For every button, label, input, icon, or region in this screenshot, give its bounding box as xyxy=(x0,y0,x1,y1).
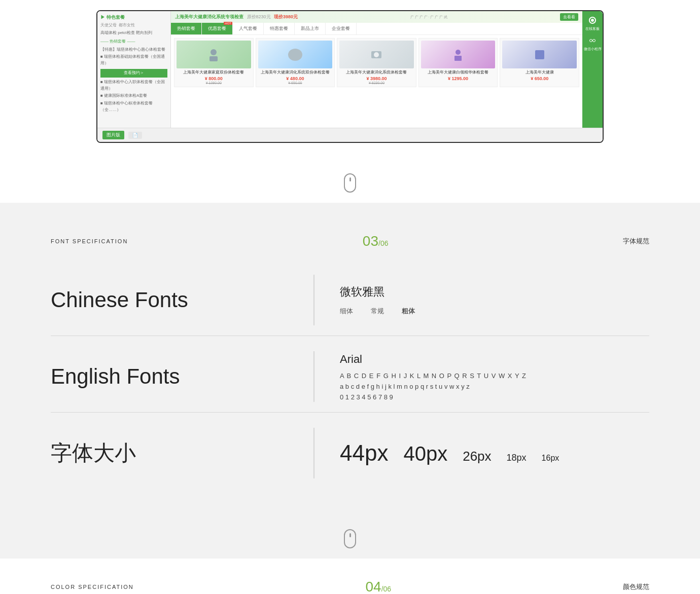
font-size-right: 44px 40px 26px 18px 16px xyxy=(314,440,649,466)
banner-button[interactable]: 去看看 xyxy=(560,13,578,21)
svg-point-8 xyxy=(590,39,592,42)
font-size-16: 16px xyxy=(542,454,559,463)
color-spec-section: COLOR SPECIFICATION 04/06 颜色规范 xyxy=(0,559,700,594)
section-label: FONT SPECIFICATION xyxy=(51,238,128,244)
arial-numbers: 0 1 2 3 4 5 6 7 8 9 xyxy=(340,393,649,401)
font-size-40: 40px xyxy=(403,442,447,465)
product-price: ¥ 1295.00 xyxy=(421,76,496,81)
browser-right-panel: 在线客服 微信小程序 xyxy=(582,11,603,128)
product-card[interactable]: 上海美年大健康家庭双份体检套餐 ¥ 800.00 ¥ 1080.00 xyxy=(174,38,254,87)
font-spec-section: FONT SPECIFICATION 03/06 字体规范 Chinese Fo… xyxy=(0,203,700,519)
bottom-tab-image[interactable]: 图片版 xyxy=(102,131,124,139)
banner-text: 上海美年大健康消化系统专项检查 原价8230元 现价3980元 xyxy=(175,14,298,20)
font-sizes-container: 44px 40px 26px 18px 16px xyxy=(340,440,649,466)
svg-point-9 xyxy=(593,39,596,42)
svg-point-4 xyxy=(374,52,379,57)
svg-point-0 xyxy=(211,49,217,55)
product-price: ¥ 480.00 xyxy=(258,76,333,81)
nav-tab-special[interactable]: 特惠套餐 xyxy=(264,23,295,34)
section-header: FONT SPECIFICATION 03/06 字体规范 xyxy=(51,233,649,249)
wechat-label: 微信小程序 xyxy=(584,47,602,51)
old-price: ¥ 1080.00 xyxy=(177,81,251,85)
font-size-left: 字体大小 xyxy=(51,428,314,478)
section-chinese: 字体规范 xyxy=(623,237,649,246)
chinese-fonts-row: Chinese Fonts 微软雅黑 细体 常规 粗体 xyxy=(51,275,649,325)
svg-rect-7 xyxy=(535,50,544,59)
section-number-container: 03/06 xyxy=(363,233,389,249)
arial-font-name: Arial xyxy=(340,353,649,366)
product-card[interactable]: 上海美年大健康 ¥ 650.00 xyxy=(500,38,579,87)
browser-mockup: ▶ 特色套餐 天使父母都市女性 高端体检 petct检查 靶向别列 —— 热销套… xyxy=(96,10,604,143)
browser-main: 上海美年大健康消化系统专项检查 原价8230元 现价3980元 广 广 广 广 … xyxy=(171,11,582,128)
nav-tab-enterprise[interactable]: 企业套餐 xyxy=(326,23,357,34)
font-weight-bold: 粗体 xyxy=(402,307,415,316)
scroll-wheel-2 xyxy=(349,533,351,537)
product-name: 上海美年大健康消化系统双份体检套餐 xyxy=(258,70,333,75)
screenshot-section: ▶ 特色套餐 天使父母都市女性 高端体检 petct检查 靶向别列 —— 热销套… xyxy=(0,0,700,163)
scroll-wheel xyxy=(349,177,351,181)
product-name: 上海美年大健康白领精华体检套餐 xyxy=(421,70,496,75)
product-name: 上海美年大健康家庭双份体检套餐 xyxy=(177,70,251,75)
english-fonts-row: English Fonts Arial A B C D E F G H I J … xyxy=(51,351,649,402)
section-number: 03 xyxy=(363,233,378,249)
svg-rect-6 xyxy=(454,56,462,61)
color-section-chinese: 颜色规范 xyxy=(623,582,649,591)
font-size-row: 字体大小 44px 40px 26px 18px 16px xyxy=(51,428,649,478)
scroll-mouse-icon xyxy=(344,173,356,193)
scroll-indicator-2 xyxy=(0,519,700,559)
product-name: 上海美年大健康消化系统体检套餐 xyxy=(339,70,414,75)
color-number-container: 04/06 xyxy=(366,579,392,594)
browser-bottom-bar: 图片版 📄 xyxy=(97,128,603,142)
row-divider-2 xyxy=(51,412,649,413)
bottom-tab-doc[interactable]: 📄 xyxy=(128,132,142,139)
nav-tab-discount[interactable]: 优惠套餐 HOT xyxy=(202,23,233,34)
product-price: ¥ 3980.00 xyxy=(339,76,414,81)
product-card[interactable]: 上海美年大健康消化系统双份体检套餐 ¥ 480.00 ¥ 650.00 xyxy=(256,38,335,87)
nav-tab-popular[interactable]: 人气套餐 xyxy=(233,23,264,34)
arial-lowercase: a b c d e f g h i j k l m n o p q r s t … xyxy=(340,383,649,390)
product-grid: 上海美年大健康家庭双份体检套餐 ¥ 800.00 ¥ 1080.00 上海美年大… xyxy=(171,35,582,90)
product-name: 上海美年大健康 xyxy=(502,70,577,75)
svg-rect-1 xyxy=(209,56,218,61)
color-section-label: COLOR SPECIFICATION xyxy=(51,584,134,590)
font-size-44: 44px xyxy=(340,440,388,466)
online-service-icon[interactable]: 在线客服 xyxy=(585,16,600,31)
english-fonts-left: English Fonts xyxy=(51,351,314,402)
scroll-mouse-icon-2 xyxy=(344,529,356,548)
sidebar-tags: 天使父母都市女性 xyxy=(100,22,167,28)
arial-uppercase: A B C D E F G H I J K L M N O P Q R S T … xyxy=(340,372,649,380)
svg-point-2 xyxy=(288,49,302,61)
nav-tab-hot[interactable]: 热销套餐 xyxy=(171,23,202,34)
font-weight-normal: 常规 xyxy=(371,307,384,316)
product-image xyxy=(177,41,251,68)
row-divider-1 xyxy=(51,336,649,336)
online-service-label: 在线客服 xyxy=(585,27,600,31)
chinese-fonts-left: Chinese Fonts xyxy=(51,275,314,325)
nav-tabs: 热销套餐 优惠套餐 HOT 人气套餐 特惠套餐 新品上市 企业套餐 xyxy=(171,23,582,35)
sidebar-special-item: ▶ 特色套餐 xyxy=(100,14,167,21)
font-size-18: 18px xyxy=(507,453,527,463)
product-image xyxy=(258,41,333,68)
color-section-header: COLOR SPECIFICATION 04/06 颜色规范 xyxy=(51,579,649,594)
wechat-icon[interactable]: 微信小程序 xyxy=(584,36,602,52)
nav-tab-new[interactable]: 新品上市 xyxy=(295,23,326,34)
section-number-total: /06 xyxy=(378,239,388,247)
sidebar-list: 高端体检 petct检查 靶向别列 —— 热销套餐 —— 【特惠】瑞慈体检中心惠… xyxy=(100,30,167,114)
old-price: ¥ 8230.00 xyxy=(339,81,414,85)
english-fonts-title: English Fonts xyxy=(51,364,180,389)
color-section-number: 04 xyxy=(366,579,381,594)
font-size-26: 26px xyxy=(463,449,491,464)
browser-sidebar: ▶ 特色套餐 天使父母都市女性 高端体检 petct检查 靶向别列 —— 热销套… xyxy=(97,11,171,128)
browser-banner: 上海美年大健康消化系统专项检查 原价8230元 现价3980元 广 广 广 广 … xyxy=(171,11,582,23)
product-image xyxy=(421,41,496,68)
font-size-title: 字体大小 xyxy=(51,439,136,467)
product-image xyxy=(502,41,577,68)
chinese-fonts-title: Chinese Fonts xyxy=(51,288,188,312)
svg-point-5 xyxy=(456,50,461,55)
product-price: ¥ 650.00 xyxy=(502,76,577,81)
product-card[interactable]: 上海美年大健康白领精华体检套餐 ¥ 1295.00 xyxy=(418,38,498,87)
product-image xyxy=(339,41,414,68)
color-section-total: /06 xyxy=(381,585,391,593)
product-card[interactable]: 上海美年大健康消化系统体检套餐 ¥ 3980.00 ¥ 8230.00 xyxy=(337,38,416,87)
chinese-font-name: 微软雅黑 xyxy=(340,284,649,300)
